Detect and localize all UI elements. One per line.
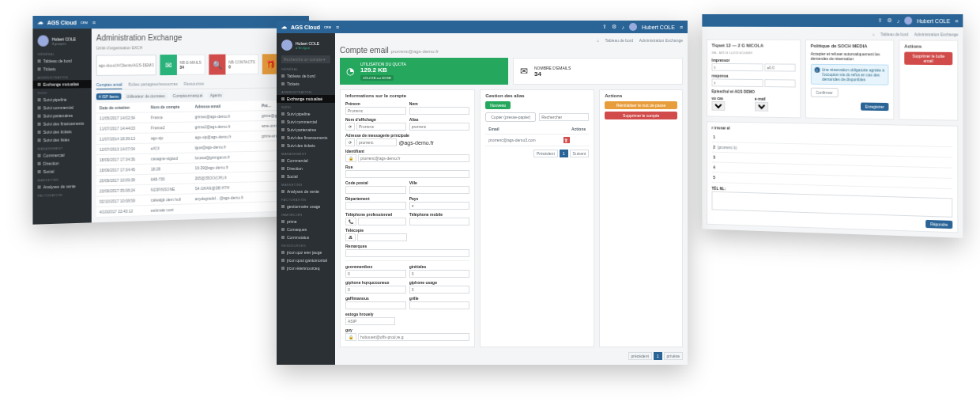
th[interactable]: Email bbox=[485, 124, 560, 135]
sidebar-item[interactable]: Tickets bbox=[32, 65, 91, 74]
telmob-input[interactable] bbox=[409, 218, 470, 225]
reset-password-button[interactable]: Réinitialiser le mot de passe bbox=[605, 101, 677, 109]
confirm-button[interactable]: Confirmer bbox=[810, 88, 838, 97]
breadcrumb-item[interactable]: Tableau de bord bbox=[880, 32, 909, 36]
prenom-input[interactable] bbox=[345, 107, 406, 115]
share-icon[interactable]: ⇪ bbox=[878, 17, 883, 24]
nom-input[interactable] bbox=[409, 107, 470, 115]
menu-toggle-icon[interactable]: ≡ bbox=[680, 25, 683, 30]
filter-chip[interactable]: Utilisateur de données bbox=[124, 93, 168, 100]
sidebar-item[interactable]: Suivi pipeline bbox=[277, 110, 335, 118]
sidebar-item[interactable]: Conseques bbox=[277, 225, 335, 233]
th[interactable]: Nom de compte bbox=[148, 102, 192, 112]
nomaff-input[interactable] bbox=[356, 123, 406, 131]
pager-page[interactable]: 1 bbox=[560, 150, 568, 157]
sidebar-item[interactable]: jrcun étersnourceq bbox=[277, 264, 335, 272]
cp-input[interactable] bbox=[345, 186, 406, 194]
sidebar-item[interactable]: Direction bbox=[277, 165, 335, 172]
g-input[interactable] bbox=[345, 317, 395, 325]
g-input[interactable] bbox=[358, 333, 469, 341]
user-name[interactable]: Hubert COLE bbox=[917, 18, 950, 24]
sidebar-item-exchange[interactable]: Exchange mutualisé bbox=[277, 95, 335, 103]
user-name[interactable]: Hubert COLE bbox=[642, 25, 675, 30]
gear-icon[interactable]: ⚙ bbox=[888, 17, 892, 24]
refresh-icon[interactable]: ⟳ bbox=[345, 138, 355, 146]
refresh-icon[interactable]: ⟳ bbox=[345, 123, 355, 131]
sidebar-search-input[interactable] bbox=[281, 55, 330, 63]
x-input[interactable] bbox=[712, 78, 763, 87]
sidebar-item[interactable]: gestionnaire usage bbox=[277, 203, 335, 210]
dept-input[interactable] bbox=[345, 202, 406, 210]
sidebar-item[interactable]: Suivi des tickets bbox=[277, 142, 335, 150]
sidebar-item[interactable]: prime bbox=[277, 218, 335, 225]
mail-prefix-input[interactable] bbox=[356, 138, 397, 146]
g-input[interactable] bbox=[409, 301, 470, 309]
sidebar-item[interactable]: Tableau de bord bbox=[32, 57, 91, 66]
telpro-input[interactable] bbox=[358, 218, 406, 225]
gear-icon[interactable]: ⚙ bbox=[612, 24, 616, 30]
new-alias-button[interactable]: Nouveau bbox=[485, 101, 511, 109]
ville-input[interactable] bbox=[409, 186, 470, 194]
alias-input[interactable] bbox=[409, 123, 470, 131]
g-input[interactable] bbox=[409, 286, 470, 294]
sel-input[interactable]: 2 bbox=[712, 101, 726, 111]
breadcrumb-home-icon[interactable]: ⌂ bbox=[873, 32, 875, 36]
pager-next[interactable]: Suivant bbox=[570, 150, 590, 157]
menu-toggle-icon[interactable]: ≡ bbox=[955, 18, 958, 24]
th[interactable]: Actions bbox=[560, 124, 590, 135]
delete-alias-button[interactable]: 🗑 bbox=[564, 137, 570, 143]
sidebar-item[interactable]: Analyses de vente bbox=[277, 188, 335, 195]
ticket-input[interactable] bbox=[764, 79, 795, 87]
breadcrumb-item[interactable]: Tableau de bord bbox=[605, 38, 633, 43]
save-button[interactable]: Enregistrer bbox=[861, 103, 889, 112]
ou-search-input[interactable] bbox=[96, 55, 156, 76]
g-input[interactable] bbox=[345, 301, 406, 309]
bell-icon[interactable]: ♪ bbox=[897, 18, 899, 24]
tab-shared[interactable]: Boîtes partagées/ressources bbox=[129, 80, 178, 89]
breadcrumb-home-icon[interactable]: ⌂ bbox=[597, 38, 599, 43]
th[interactable]: Date de création bbox=[96, 102, 148, 113]
x-input[interactable] bbox=[712, 63, 763, 71]
sidebar-item[interactable]: Suivi commercial bbox=[277, 118, 335, 126]
delete-account-button[interactable]: Supprimer le compte bbox=[605, 112, 677, 119]
sidebar-item[interactable]: Social bbox=[277, 172, 335, 180]
pager-prev[interactable]: Précédent bbox=[533, 150, 558, 157]
g-input[interactable] bbox=[409, 270, 470, 278]
sidebar-item[interactable]: Commercial bbox=[277, 157, 335, 165]
breadcrumb-item[interactable]: Administration Exchange bbox=[639, 38, 683, 43]
sidebar-item[interactable]: Tableau de bord bbox=[277, 72, 335, 80]
pager-page[interactable]: 1 bbox=[654, 352, 662, 360]
pays-input[interactable] bbox=[409, 202, 470, 210]
pager-prev[interactable]: précédent bbox=[628, 352, 652, 360]
g-input[interactable] bbox=[345, 270, 406, 278]
reply-button[interactable]: Répondre bbox=[925, 220, 952, 229]
avatar[interactable] bbox=[629, 23, 637, 31]
menu-toggle-icon[interactable]: ≡ bbox=[336, 25, 339, 30]
ticket-input[interactable] bbox=[764, 63, 795, 71]
remarques-input[interactable] bbox=[345, 249, 469, 257]
fax-input[interactable] bbox=[357, 233, 407, 241]
sidebar-item[interactable]: Tickets bbox=[277, 80, 335, 88]
tab-emails[interactable]: Comptes email bbox=[96, 81, 122, 89]
sidebar-item[interactable]: jrcun qoz erer jauge bbox=[277, 248, 335, 256]
pager-next[interactable]: privène bbox=[664, 352, 683, 360]
menu-toggle-icon[interactable]: ≡ bbox=[92, 20, 96, 25]
alias-search-input[interactable] bbox=[539, 113, 589, 121]
delete-mailbox-button[interactable]: Supprimer le boîte email bbox=[904, 52, 952, 66]
sidebar-item[interactable]: Suivi partenaires bbox=[277, 126, 335, 134]
rue-input[interactable] bbox=[345, 170, 469, 178]
breadcrumb-item[interactable]: Administration Exchange bbox=[914, 32, 958, 36]
filter-chip[interactable]: Agents bbox=[208, 92, 224, 98]
filter-chip[interactable]: Compteurmarqué bbox=[171, 93, 205, 100]
copy-button[interactable]: Copier (presse-papier) bbox=[485, 112, 536, 122]
g-input[interactable] bbox=[345, 286, 406, 294]
share-icon[interactable]: ⇪ bbox=[602, 24, 607, 30]
bell-icon[interactable]: ♪ bbox=[621, 25, 624, 30]
sel-input[interactable]: ▾ bbox=[755, 102, 768, 112]
sidebar-item[interactable]: Commutatus bbox=[277, 233, 335, 241]
tab-resources[interactable]: Ressources bbox=[184, 80, 204, 89]
sidebar-item[interactable]: Suivi des financements bbox=[277, 134, 335, 142]
avatar[interactable] bbox=[904, 17, 912, 25]
sidebar-item[interactable]: jrcun quut gantomontal bbox=[277, 256, 335, 264]
identifiant-input[interactable] bbox=[358, 154, 469, 162]
